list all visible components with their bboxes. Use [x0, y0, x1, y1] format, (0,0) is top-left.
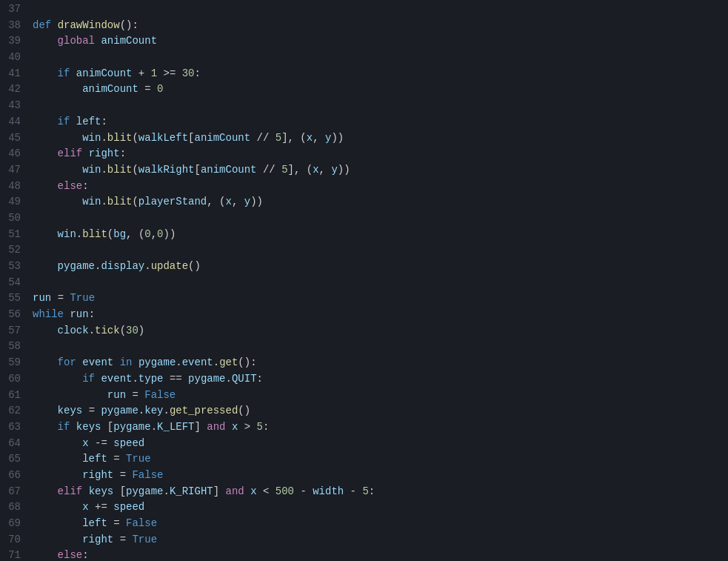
code-line: run = True [33, 291, 728, 307]
code-line: x -= speed [33, 436, 728, 452]
code-line: if left: [33, 114, 728, 130]
code-line: right = True [33, 532, 728, 548]
code-line: clock.tick(30) [33, 323, 728, 339]
code-line: win.blit(playerStand, (x, y)) [33, 194, 728, 210]
code-line: if event.type == pygame.QUIT: [33, 371, 728, 388]
code-line: while run: [33, 307, 728, 323]
code-line: pygame.display.update() [33, 259, 728, 275]
code-line: elif keys [pygame.K_RIGHT] and x < 500 -… [33, 484, 728, 500]
line-numbers: 37 38 39 40 41 42 43 44 45 46 47 48 49 5… [0, 0, 30, 561]
code-line [33, 210, 728, 227]
code-line: run = False [33, 388, 728, 404]
code-line: win.blit(walkRight[animCount // 5], (x, … [33, 162, 728, 179]
code-line [33, 50, 728, 66]
code-line: else: [33, 548, 728, 561]
code-line: win.blit(walkLeft[animCount // 5], (x, y… [33, 130, 728, 147]
code-editor: 37 38 39 40 41 42 43 44 45 46 47 48 49 5… [0, 0, 728, 561]
code-line: if keys [pygame.K_LEFT] and x > 5: [33, 419, 728, 436]
code-line: if animCount + 1 >= 30: [33, 66, 728, 82]
code-line: elif right: [33, 146, 728, 162]
code-line: right = False [33, 468, 728, 484]
code-line: global animCount [33, 33, 728, 50]
code-line: animCount = 0 [33, 82, 728, 98]
code-line: keys = pygame.key.get_pressed() [33, 403, 728, 419]
code-line: left = True [33, 451, 728, 468]
code-line [33, 98, 728, 114]
code-line: else: [33, 179, 728, 195]
code-line [33, 242, 728, 259]
code-line: win.blit(bg, (0,0)) [33, 227, 728, 243]
code-line: for event in pygame.event.get(): [33, 355, 728, 371]
code-content: def drawWindow(): global animCount if an… [30, 0, 728, 561]
code-line: def drawWindow(): [33, 18, 728, 34]
code-line [33, 339, 728, 355]
code-line [33, 1, 728, 18]
code-line: left = False [33, 516, 728, 532]
code-line: x += speed [33, 499, 728, 516]
code-line [33, 275, 728, 291]
